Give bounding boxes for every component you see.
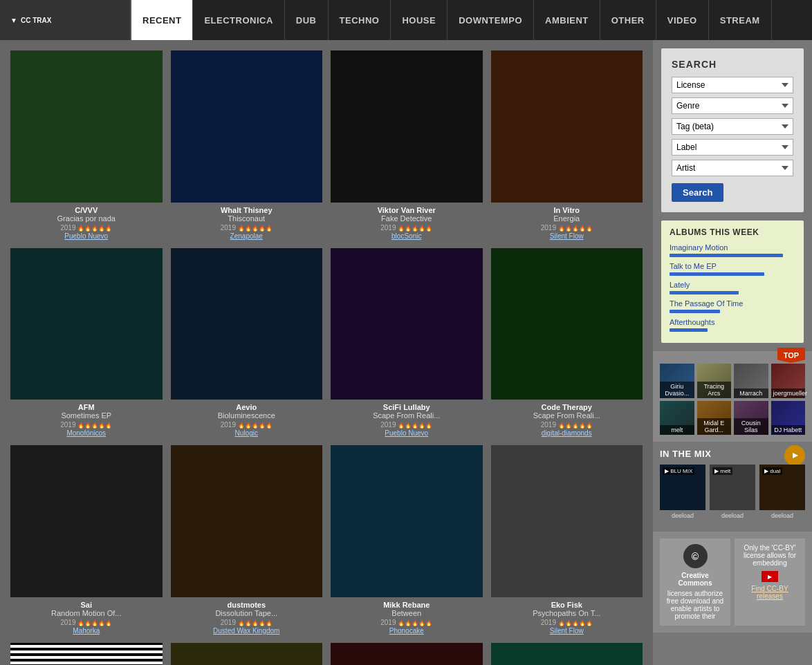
nav-item-video[interactable]: VIDEO — [656, 0, 709, 40]
album-label[interactable]: Zenapolae — [171, 232, 323, 240]
week-album-link[interactable]: Afterthoughts — [670, 318, 714, 326]
album-label[interactable]: Pueblo Nuevo — [331, 429, 483, 437]
search-filter-tag-(beta)[interactable]: Tag (beta) — [672, 118, 793, 135]
artist-name: Cousin Silas — [734, 418, 768, 435]
in-the-mix-section: IN THE MIX ▶ BLU MIXdeeload▶ meltdeeload… — [653, 442, 812, 526]
search-filter-license[interactable]: License — [672, 77, 793, 93]
artist-thumb[interactable]: Cousin Silas — [734, 401, 768, 435]
album-label[interactable]: Nulogic — [171, 429, 323, 437]
album-title: Psychopaths On T... — [491, 609, 643, 617]
album-label[interactable]: Dusted Wax Kingdom — [171, 627, 323, 635]
album-title: Scape From Reali... — [331, 411, 483, 420]
week-album-bar — [670, 328, 708, 332]
album-card[interactable]: SaiRandom Motion Of...2019 🔥🔥🔥🔥🔥Mahorka — [10, 445, 163, 635]
mix-thumbnail: ▶ dual — [759, 465, 805, 510]
search-button[interactable]: Search — [672, 183, 723, 202]
album-card[interactable]: Mikk RebaneBetween2019 🔥🔥🔥🔥🔥Phonocake — [331, 445, 483, 635]
album-card[interactable]: SpintribePhantoms EP2019 🔥🔥🔥🔥🔥digital-di… — [491, 643, 643, 666]
album-title: Thisconaut — [171, 214, 323, 223]
nav-item-stream[interactable]: STREAM — [709, 0, 772, 40]
week-album-link[interactable]: Lately — [670, 281, 690, 289]
album-card[interactable]: Code TherapyScape From Reali...2019 🔥🔥🔥🔥… — [491, 248, 643, 438]
mix-grid: ▶ BLU MIXdeeload▶ meltdeeload▶ dualdeelo… — [660, 465, 805, 519]
album-card[interactable]: Whalt ThisneyThisconaut2019 🔥🔥🔥🔥🔥Zenapol… — [171, 50, 323, 240]
search-filter-label[interactable]: Label — [672, 139, 793, 156]
album-year: 2019 — [60, 619, 77, 626]
album-card[interactable]: Matti TFarewell2019 🔥🔥🔥🔥🔥Phonocake — [331, 643, 483, 666]
week-album-link[interactable]: Talk to Me EP — [670, 262, 717, 270]
album-stars: 🔥🔥🔥🔥🔥 — [558, 225, 593, 232]
artist-thumb[interactable]: Midal E Gard... — [697, 401, 732, 435]
nav-item-electronica[interactable]: ELECTRONICA — [193, 0, 284, 40]
search-filter-genre[interactable]: Genre — [672, 97, 793, 114]
nav-item-techno[interactable]: TECHNO — [329, 0, 391, 40]
week-album-bar — [670, 272, 764, 276]
week-album-item[interactable]: Afterthoughts — [670, 317, 795, 332]
album-artist: Aevio — [171, 403, 323, 411]
album-label[interactable]: Silent Flow — [491, 232, 643, 240]
album-title: Sometimes EP — [10, 411, 163, 420]
album-card[interactable]: SciFi LullabyScape From Reali...2019 🔥🔥🔥… — [331, 248, 483, 438]
album-artist: Eko Fisk — [491, 601, 643, 609]
album-card[interactable]: In VitroEnergia2019 🔥🔥🔥🔥🔥Silent Flow — [491, 50, 643, 240]
week-album-bar — [670, 291, 739, 294]
artist-thumb[interactable]: DJ Habett — [771, 401, 806, 435]
album-title: Random Motion Of... — [10, 609, 163, 617]
album-label[interactable]: Mahorka — [10, 627, 163, 635]
album-card[interactable]: AFMSometimes EP2019 🔥🔥🔥🔥🔥Monofónicos — [10, 248, 163, 438]
album-card[interactable]: Spirit Come Fir...1993 Again EP2019 🔥🔥🔥🔥… — [10, 643, 163, 666]
artist-thumb[interactable]: melt — [660, 401, 694, 435]
nav-item-ambient[interactable]: AMBIENT — [534, 0, 600, 40]
logo-dropdown-icon[interactable]: ▼ — [10, 17, 17, 24]
week-album-link[interactable]: The Passage Of Time — [670, 299, 743, 308]
album-label[interactable]: Phonocake — [331, 627, 483, 635]
album-label[interactable]: Silent Flow — [491, 627, 643, 635]
album-card[interactable]: joergmuellerFrom The Vaults2019 🔥🔥🔥🔥🔥Col… — [171, 643, 323, 666]
nav-item-dub[interactable]: DUB — [285, 0, 329, 40]
artist-thumb[interactable]: Marrach — [734, 364, 768, 398]
mix-item[interactable]: ▶ BLU MIXdeeload — [660, 465, 705, 519]
album-card[interactable]: dustmotesDissolution Tape...2019 🔥🔥🔥🔥🔥Du… — [171, 445, 323, 635]
album-card[interactable]: AevioBioluminescence2019 🔥🔥🔥🔥🔥Nulogic — [171, 248, 323, 438]
search-title: SEARCH — [672, 59, 793, 70]
artist-thumb[interactable]: joergmueller — [771, 364, 806, 398]
mix-item[interactable]: ▶ dualdeeload — [759, 465, 805, 519]
week-album-item[interactable]: Imaginary Motion — [670, 243, 795, 257]
week-album-link[interactable]: Imaginary Motion — [670, 243, 728, 252]
album-label[interactable]: digital-diamonds — [491, 429, 643, 437]
album-thumbnail — [331, 643, 483, 666]
album-year: 2019 — [221, 619, 238, 626]
album-year: 2019 — [541, 421, 558, 429]
mix-item[interactable]: ▶ meltdeeload — [710, 465, 755, 519]
cc-right-sub[interactable]: Find CC-BY releases — [740, 585, 800, 600]
week-album-item[interactable]: Talk to Me EP — [670, 261, 795, 276]
artist-name: Marrach — [734, 388, 768, 398]
nav-item-downtempo[interactable]: DOWNTEMPO — [447, 0, 534, 40]
album-card[interactable]: C/VVVGracias por nada2019 🔥🔥🔥🔥🔥Pueblo Nu… — [10, 50, 163, 240]
week-album-item[interactable]: Lately — [670, 280, 795, 294]
artist-thumb[interactable]: Tracing Arcs — [697, 364, 732, 398]
album-artist: In Vitro — [491, 206, 643, 214]
albums-week-title: ALBUMS THIS WEEK — [670, 227, 795, 237]
album-thumbnail — [171, 50, 323, 203]
album-stars: 🔥🔥🔥🔥🔥 — [398, 620, 432, 626]
album-title: Gracias por nada — [10, 214, 163, 223]
album-artist: AFM — [10, 403, 163, 411]
cc-left-title: Creative Commons — [665, 572, 725, 587]
search-box: SEARCH LicenseGenreTag (beta)LabelArtist… — [661, 48, 804, 212]
artist-thumb[interactable]: Giriu Dvasio... — [660, 364, 694, 398]
nav-item-recent[interactable]: RECENT — [131, 0, 193, 40]
album-label[interactable]: Pueblo Nuevo — [10, 232, 163, 240]
album-artist: Viktor Van River — [331, 206, 483, 214]
nav-item-house[interactable]: HOUSE — [391, 0, 447, 40]
week-album-item[interactable]: The Passage Of Time — [670, 299, 795, 313]
album-label[interactable]: Monofónicos — [10, 429, 163, 437]
album-title: Energia — [491, 214, 643, 223]
top-badge: TOP — [777, 348, 805, 363]
album-label[interactable]: blocSonic — [331, 232, 483, 240]
album-thumbnail — [491, 50, 643, 203]
album-card[interactable]: Eko FiskPsychopaths On T...2019 🔥🔥🔥🔥🔥Sil… — [491, 445, 643, 635]
album-card[interactable]: Viktor Van RiverFake Detective2019 🔥🔥🔥🔥🔥… — [331, 50, 483, 240]
nav-item-other[interactable]: OTHER — [600, 0, 656, 40]
search-filter-artist[interactable]: Artist — [672, 160, 793, 176]
